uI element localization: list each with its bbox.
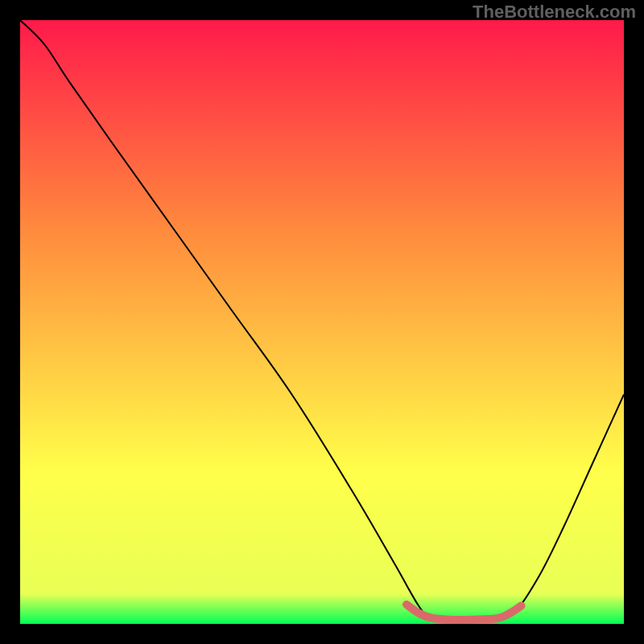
chart-frame: TheBottleneck.com [0,0,644,644]
gradient-background [20,20,624,624]
watermark-text: TheBottleneck.com [473,2,636,23]
plot-area [20,20,624,624]
chart-svg [20,20,624,624]
